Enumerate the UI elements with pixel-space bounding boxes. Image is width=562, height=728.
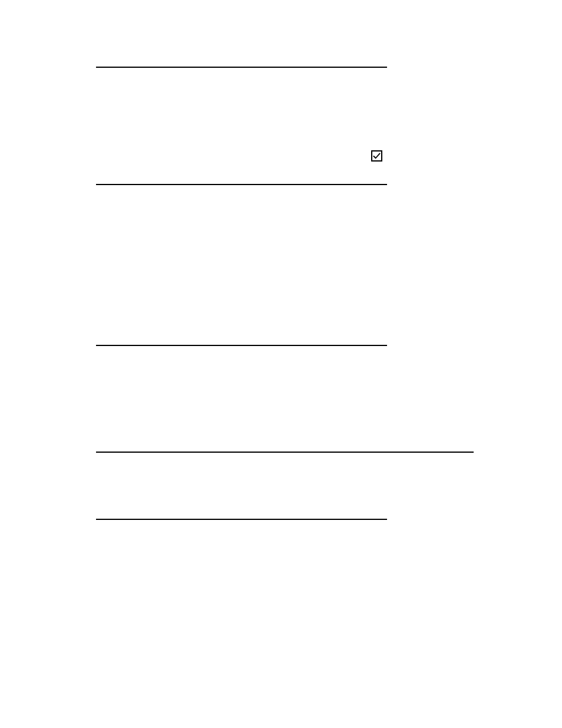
document-page bbox=[0, 0, 562, 728]
horizontal-rule bbox=[96, 67, 387, 68]
checkbox-checked bbox=[371, 150, 382, 162]
checkmark-icon bbox=[372, 151, 381, 160]
horizontal-rule bbox=[96, 519, 387, 520]
horizontal-rule bbox=[96, 345, 387, 346]
horizontal-rule bbox=[96, 184, 387, 185]
horizontal-rule bbox=[96, 452, 474, 453]
